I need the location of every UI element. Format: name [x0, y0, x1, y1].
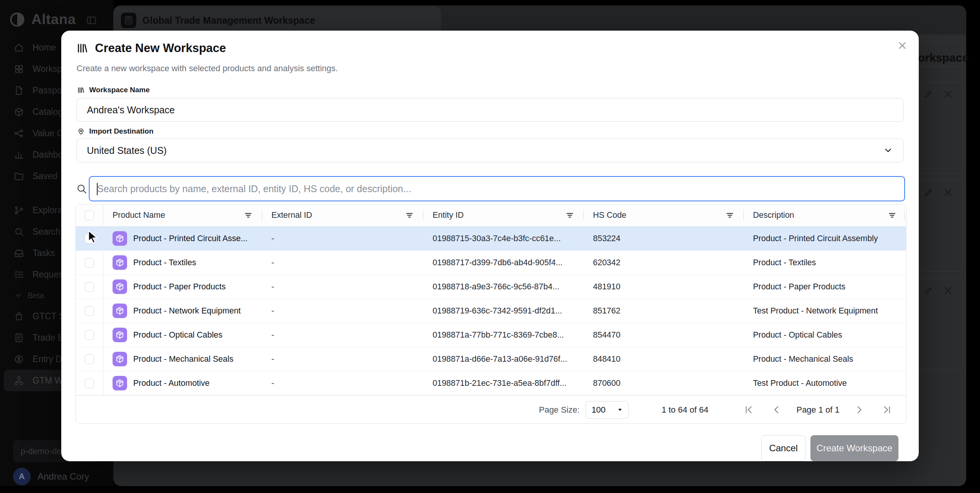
tab-gtm-workspace[interactable]: Global Trade Management Workspace	[113, 6, 441, 34]
sidebar-item-label: Saved	[33, 171, 57, 181]
workspace-bars-icon	[77, 42, 88, 54]
create-workspace-button[interactable]: Create Workspace	[810, 435, 898, 461]
app-root: Altana Home Workspa	[0, 0, 980, 493]
filter-icon[interactable]	[243, 211, 253, 220]
close-x-icon	[943, 89, 953, 99]
table-body: Product - Printed Circuit Asse... - 0198…	[76, 227, 906, 395]
hs-code-cell: 851762	[584, 299, 744, 323]
close-x-icon	[943, 286, 953, 295]
row-checkbox[interactable]	[85, 354, 94, 364]
last-page-icon[interactable]	[882, 405, 892, 415]
import-destination-value: United States (US)	[87, 145, 167, 156]
product-name-cell: Product - Network Equipment	[103, 299, 262, 323]
cancel-button[interactable]: Cancel	[761, 435, 805, 461]
external-id-cell: -	[262, 371, 423, 395]
sidebar-collapse-icon[interactable]	[86, 15, 97, 26]
filter-icon[interactable]	[565, 211, 575, 220]
sidebar-item-icon	[14, 205, 24, 215]
sidebar-item-icon	[14, 269, 24, 280]
sidebar-item-icon	[14, 354, 24, 364]
table-row[interactable]: Product - Optical Cables - 0198871a-77bb…	[76, 323, 906, 347]
page-size-select[interactable]: 100	[586, 401, 629, 419]
product-cube-icon	[113, 376, 127, 390]
column-header-label: Product Name	[113, 211, 165, 220]
text-caret	[97, 183, 98, 195]
altana-logo-icon	[8, 11, 26, 28]
product-cube-icon	[113, 352, 127, 366]
row-checkbox[interactable]	[85, 258, 94, 268]
hs-code-cell: 620342	[584, 251, 744, 274]
external-id-cell: -	[262, 227, 423, 250]
column-header-label: HS Code	[593, 211, 626, 220]
modal-header: Create New Workspace	[77, 41, 226, 55]
entity-id-cell: 0198871a-d66e-7a13-a06e-91d76f...	[423, 347, 584, 371]
page-size-value: 100	[591, 405, 606, 415]
sidebar-item-icon	[14, 333, 24, 343]
column-header: HS Code	[584, 204, 744, 226]
filter-icon[interactable]	[887, 211, 897, 220]
background-card-actions	[923, 286, 953, 295]
sidebar-item-icon	[14, 128, 24, 139]
table-header-row: Product Name External ID Entity ID	[76, 204, 906, 227]
table-row[interactable]: Product - Mechanical Seals - 0198871a-d6…	[76, 347, 906, 371]
description-cell: Test Product - Network Equipment	[744, 299, 906, 323]
row-checkbox[interactable]	[85, 282, 94, 292]
entity-id-cell: 01988718-a9e3-766c-9c56-87b4...	[423, 275, 584, 299]
first-page-icon[interactable]	[743, 405, 754, 415]
row-checkbox-cell	[76, 299, 103, 323]
modal-close-icon[interactable]	[897, 41, 907, 51]
table-row[interactable]: Product - Paper Products - 01988718-a9e3…	[76, 275, 906, 299]
column-header: Entity ID	[423, 204, 584, 226]
description-cell: Product - Textiles	[744, 251, 906, 274]
table-row[interactable]: Product - Automotive - 0198871b-21ec-731…	[76, 371, 906, 395]
products-table: Product Name External ID Entity ID	[75, 204, 906, 424]
row-checkbox-cell	[76, 347, 103, 371]
row-checkbox[interactable]	[85, 234, 94, 243]
row-checkbox[interactable]	[85, 330, 94, 340]
product-search-input[interactable]	[90, 177, 904, 201]
description-cell: Product - Paper Products	[744, 275, 906, 299]
user-name: Andrea Cory	[38, 471, 89, 482]
external-id-cell: -	[262, 251, 423, 274]
select-all-checkbox[interactable]	[85, 211, 94, 220]
row-checkbox[interactable]	[85, 379, 94, 388]
hs-code-cell: 481910	[584, 275, 744, 299]
table-row[interactable]: Product - Printed Circuit Asse... - 0198…	[76, 227, 906, 251]
chevron-down-icon	[15, 292, 22, 299]
sidebar-item-icon	[14, 375, 24, 386]
product-name-cell: Product - Optical Cables	[103, 323, 262, 347]
description-cell: Product - Printed Circuit Assembly	[744, 227, 906, 250]
external-id-cell: -	[262, 275, 423, 299]
import-destination-select[interactable]: United States (US)	[77, 139, 903, 162]
background-card-outline	[916, 41, 963, 67]
external-id-cell: -	[262, 299, 423, 323]
row-checkbox-cell	[76, 251, 103, 274]
map-pin-icon	[77, 128, 85, 135]
user-menu[interactable]: A Andrea Cory	[13, 468, 89, 485]
hs-code-cell: 870600	[584, 371, 744, 395]
column-header: Description	[744, 204, 906, 226]
edit-pencil-icon	[923, 188, 933, 198]
filter-icon[interactable]	[405, 211, 414, 220]
workspace-bars-icon	[77, 87, 85, 94]
tab-title: Global Trade Management Workspace	[142, 15, 315, 26]
filter-icon[interactable]	[725, 211, 735, 220]
row-checkbox-cell	[76, 371, 103, 395]
product-cube-icon	[113, 255, 127, 270]
product-cube-icon	[113, 231, 127, 246]
product-name-cell: Product - Mechanical Seals	[103, 347, 262, 371]
product-name-cell: Product - Automotive	[103, 371, 262, 395]
edit-pencil-icon	[923, 89, 933, 99]
row-checkbox[interactable]	[85, 306, 94, 316]
entity-id-cell: 01988719-636c-7342-9591-df2d1...	[423, 299, 584, 323]
previous-page-icon[interactable]	[771, 405, 782, 415]
workspace-name-label: Workspace Name	[77, 86, 150, 94]
column-header-label: Entity ID	[433, 211, 464, 220]
brand: Altana	[8, 11, 76, 28]
next-page-icon[interactable]	[854, 405, 864, 415]
workspace-name-input[interactable]	[77, 98, 903, 122]
table-row[interactable]: Product - Textiles - 01988717-d399-7db6-…	[76, 251, 906, 275]
table-row[interactable]: Product - Network Equipment - 01988719-6…	[76, 299, 906, 323]
hs-code-cell: 853224	[584, 227, 744, 250]
entity-id-cell: 01988715-30a3-7c4e-b3fc-cc61e...	[423, 227, 584, 250]
